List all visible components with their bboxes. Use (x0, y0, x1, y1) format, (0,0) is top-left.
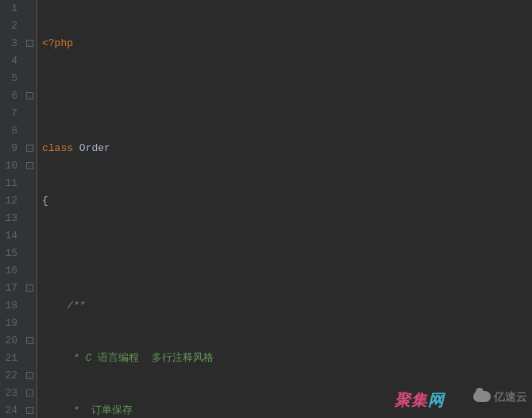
line-number: 22 (3, 367, 17, 385)
fold-toggle-icon[interactable]: - (26, 145, 33, 152)
line-number: 10 (3, 157, 17, 175)
line-number: 14 (3, 227, 17, 245)
fold-toggle-icon[interactable]: - (26, 92, 33, 99)
php-open-tag: <?php (42, 37, 73, 49)
fold-toggle-icon[interactable]: - (26, 284, 33, 292)
line-number-gutter: 1 2 3 4 5 6 7 8 9 10 11 12 13 14 15 16 1… (0, 0, 24, 418)
code-line (42, 87, 532, 105)
code-line: { (42, 192, 532, 210)
keyword-class: class (42, 142, 73, 154)
line-number: 15 (3, 245, 17, 262)
docblock-text: 订单保存 (91, 404, 133, 416)
line-number: 24 (3, 402, 17, 418)
watermark-left: 聚集网 (395, 391, 445, 408)
line-number: 17 (3, 280, 17, 297)
line-number: 5 (3, 70, 17, 87)
line-number: 16 (3, 262, 17, 280)
watermark-text: 聚集 (395, 391, 428, 408)
docblock-star: * (67, 352, 79, 364)
line-number: 1 (3, 0, 17, 17)
line-number: 21 (3, 350, 17, 367)
docblock-open: /** (67, 300, 85, 312)
code-line: <?php (42, 35, 532, 52)
class-name: Order (79, 142, 110, 154)
line-number: 7 (3, 105, 17, 122)
line-number: 8 (3, 122, 17, 140)
line-number: 6 (3, 87, 17, 105)
docblock-text: 语言编程 多行注释风格 (98, 352, 214, 364)
fold-toggle-icon[interactable]: - (26, 372, 33, 379)
code-line: * 订单保存 (42, 402, 532, 418)
watermark-text: 亿速云 (494, 388, 527, 405)
fold-column: - - - - - - - - - (24, 0, 37, 418)
line-number: 4 (3, 52, 17, 70)
fold-toggle-icon[interactable]: - (26, 337, 33, 344)
code-line: class Order (42, 140, 532, 157)
line-number: 23 (3, 385, 17, 402)
code-line: /** (42, 297, 532, 315)
line-number: 19 (3, 315, 17, 332)
line-number: 13 (3, 210, 17, 227)
line-number: 9 (3, 140, 17, 157)
code-line: * C 语言编程 多行注释风格 (42, 350, 532, 367)
docblock-text: C (86, 352, 92, 364)
fold-toggle-icon[interactable]: - (26, 389, 33, 397)
watermark-text: 网 (428, 391, 445, 408)
line-number: 2 (3, 17, 17, 35)
code-editor[interactable]: 1 2 3 4 5 6 7 8 9 10 11 12 13 14 15 16 1… (0, 0, 532, 418)
fold-toggle-icon[interactable]: - (26, 407, 33, 414)
watermark-right: 亿速云 (473, 388, 527, 405)
brace-open: { (42, 195, 48, 207)
docblock-star: * (67, 404, 79, 416)
line-number: 12 (3, 192, 17, 210)
line-number: 20 (3, 332, 17, 350)
code-line (42, 245, 532, 262)
fold-toggle-icon[interactable]: - (26, 40, 33, 47)
cloud-icon (473, 391, 491, 402)
code-area[interactable]: <?php class Order { /** * C 语言编程 多行注释风格 … (37, 0, 532, 418)
line-number: 18 (3, 297, 17, 315)
line-number: 3 (3, 35, 17, 52)
line-number: 11 (3, 175, 17, 192)
fold-toggle-icon[interactable]: - (26, 162, 33, 169)
